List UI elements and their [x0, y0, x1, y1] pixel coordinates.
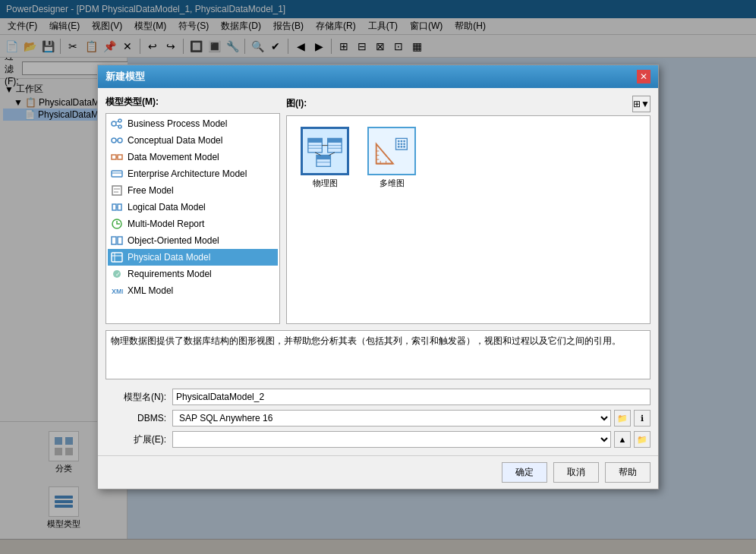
svg-point-64 — [401, 146, 403, 148]
model-name-label: 模型名(N): — [106, 391, 166, 404]
svg-rect-28 — [118, 237, 122, 244]
svg-point-60 — [398, 143, 400, 145]
new-model-dialog: 新建模型 ✕ 模型类型(M): — [97, 65, 659, 489]
model-item-bpm[interactable]: Business Process Model — [108, 115, 278, 132]
dialog-title-bar: 新建模型 ✕ — [98, 65, 658, 88]
svg-text:✓: ✓ — [115, 271, 121, 278]
svg-rect-44 — [317, 156, 330, 160]
svg-point-61 — [401, 143, 403, 145]
diagram-label: 图(I): — [286, 97, 307, 110]
model-type-list: Business Process Model Conceptual Data M… — [106, 113, 280, 324]
model-item-mmr[interactable]: Multi-Model Report — [108, 216, 278, 232]
dbms-select[interactable]: SAP SQL Anywhere 16 — [172, 410, 611, 427]
dialog-title: 新建模型 — [106, 70, 145, 83]
model-item-pdm[interactable]: Physical Data Model — [108, 249, 278, 266]
dbms-row: DBMS: SAP SQL Anywhere 16 📁 ℹ — [106, 410, 650, 427]
ldm-icon — [111, 201, 123, 213]
extend-up-btn[interactable]: ▲ — [614, 431, 631, 448]
mmr-label: Multi-Model Report — [128, 219, 204, 229]
eam-icon — [111, 168, 123, 180]
diagram-item-physical[interactable]: 物理图 — [295, 124, 355, 192]
svg-rect-29 — [112, 253, 122, 262]
ldm-label: Logical Data Model — [128, 202, 206, 212]
model-item-xml[interactable]: XML XML Model — [108, 282, 278, 299]
svg-point-13 — [118, 138, 122, 143]
cdm-label: Conceptual Data Model — [128, 135, 222, 146]
svg-point-59 — [403, 140, 405, 143]
svg-rect-23 — [112, 204, 116, 210]
form-section: 模型名(N): DBMS: SAP SQL Anywhere 16 📁 ℹ — [106, 386, 650, 448]
svg-marker-49 — [376, 144, 393, 164]
model-item-ldm[interactable]: Logical Data Model — [108, 199, 278, 216]
svg-rect-20 — [112, 186, 121, 195]
svg-rect-24 — [118, 204, 121, 210]
svg-rect-18 — [112, 171, 122, 177]
dialog-close-button[interactable]: ✕ — [637, 70, 650, 83]
svg-rect-16 — [118, 155, 122, 159]
dialog-body: 模型类型(M): Business Process Model — [98, 88, 658, 455]
cancel-button[interactable]: 取消 — [553, 462, 599, 483]
svg-point-62 — [403, 143, 405, 145]
app-window: PowerDesigner - [PDM PhysicalDataModel_1… — [0, 0, 756, 554]
bpm-label: Business Process Model — [128, 118, 227, 129]
mmr-icon — [111, 218, 123, 230]
diagram-grid: 物理图 — [286, 115, 650, 324]
oom-label: Object-Oriented Model — [128, 235, 219, 246]
model-types-column: 模型类型(M): Business Process Model — [106, 96, 280, 324]
multidim-diagram-label: 多维图 — [380, 178, 405, 189]
xml-icon: XML — [111, 285, 123, 297]
extend-browse-btn[interactable]: 📁 — [634, 431, 650, 448]
fm-label: Free Model — [128, 185, 174, 196]
dbms-browse-btn[interactable]: 📁 — [614, 410, 631, 427]
oom-icon — [111, 235, 123, 247]
extend-select-row: ▲ 📁 — [172, 431, 650, 448]
dmm-icon — [111, 151, 123, 163]
model-item-fm[interactable]: Free Model — [108, 182, 278, 199]
fm-icon — [111, 184, 123, 197]
help-button[interactable]: 帮助 — [605, 462, 650, 483]
svg-rect-36 — [308, 138, 322, 143]
model-item-cdm[interactable]: Conceptual Data Model — [108, 132, 278, 149]
model-item-rm[interactable]: ✓ Requirements Model — [108, 266, 278, 282]
rm-icon: ✓ — [111, 268, 123, 280]
dialog-footer: 确定 取消 帮助 — [98, 455, 658, 489]
svg-point-8 — [118, 119, 121, 122]
svg-point-12 — [112, 138, 116, 143]
svg-rect-27 — [112, 237, 116, 244]
dmm-label: Data Movement Model — [128, 152, 219, 162]
diagram-header: 图(I): ⊞▼ — [286, 96, 650, 112]
diagram-column: 图(I): ⊞▼ — [286, 96, 650, 324]
svg-rect-40 — [328, 138, 342, 143]
modal-backdrop: 新建模型 ✕ 模型类型(M): — [0, 0, 756, 554]
cdm-icon — [111, 134, 123, 146]
extend-select[interactable] — [172, 431, 611, 448]
eam-label: Enterprise Architecture Model — [128, 168, 247, 179]
svg-point-7 — [112, 121, 116, 126]
xml-label: XML Model — [128, 285, 173, 296]
svg-point-63 — [398, 146, 400, 148]
svg-point-65 — [403, 146, 405, 148]
physical-diagram-thumb — [301, 127, 349, 175]
physical-diagram-label: 物理图 — [313, 178, 338, 189]
model-name-input[interactable] — [172, 389, 650, 405]
dialog-columns: 模型类型(M): Business Process Model — [106, 96, 650, 324]
multidim-diagram-thumb — [367, 127, 416, 175]
model-item-oom[interactable]: Object-Oriented Model — [108, 232, 278, 249]
pdm-label: Physical Data Model — [128, 252, 210, 263]
extend-label: 扩展(E): — [106, 433, 166, 446]
model-item-eam[interactable]: Enterprise Architecture Model — [108, 165, 278, 182]
svg-line-10 — [116, 121, 118, 122]
svg-text:XML: XML — [112, 288, 123, 295]
extend-row: 扩展(E): ▲ 📁 — [106, 431, 650, 448]
ok-button[interactable]: 确定 — [502, 462, 547, 483]
dbms-info-btn[interactable]: ℹ — [634, 410, 650, 427]
dbms-select-row: SAP SQL Anywhere 16 📁 ℹ — [172, 410, 650, 427]
diagram-view-button[interactable]: ⊞▼ — [632, 96, 650, 112]
pdm-icon — [111, 251, 123, 263]
diagram-item-multidim[interactable]: 多维图 — [361, 124, 422, 192]
dbms-label: DBMS: — [106, 413, 166, 423]
model-name-row: 模型名(N): — [106, 389, 650, 405]
model-types-label: 模型类型(M): — [106, 96, 280, 109]
model-item-dmm[interactable]: Data Movement Model — [108, 149, 278, 165]
svg-point-58 — [401, 140, 403, 143]
